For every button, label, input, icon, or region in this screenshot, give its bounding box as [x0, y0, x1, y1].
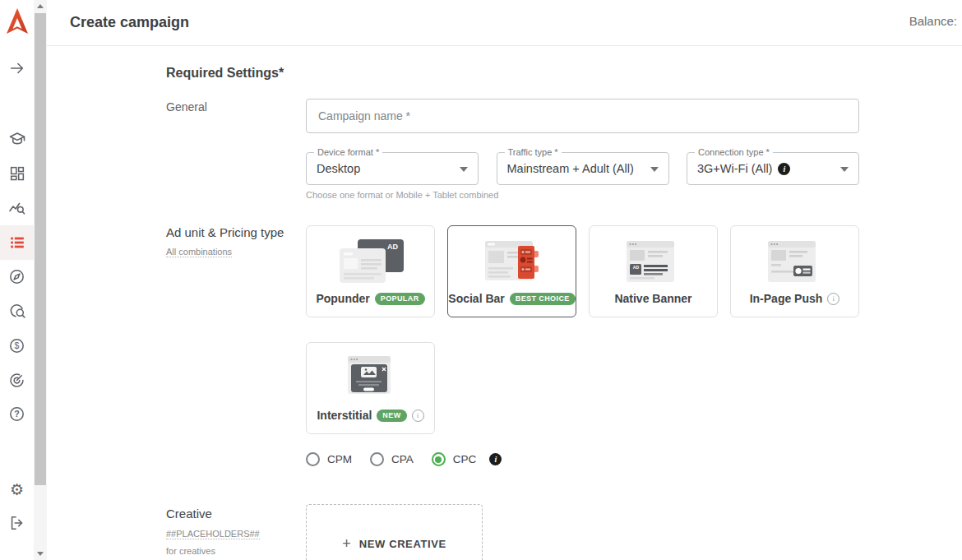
info-filled-icon[interactable]: i: [778, 163, 790, 175]
ad-unit-card-interstitial[interactable]: Interstitial NEW i: [306, 342, 435, 434]
in-page-push-illustration: [757, 226, 833, 289]
popular-badge: POPULAR: [375, 293, 425, 305]
device-format-select[interactable]: Device format * Desktop: [306, 152, 479, 185]
ad-unit-label: Ad unit & Pricing type: [166, 225, 284, 239]
pricing-radio-cpc[interactable]: CPC: [432, 452, 477, 466]
logout-icon[interactable]: [0, 511, 34, 535]
radio-label: CPA: [391, 453, 414, 465]
traffic-search-icon[interactable]: [0, 299, 34, 323]
general-label: General: [166, 100, 207, 113]
interstitial-illustration: [333, 343, 409, 405]
vertical-scrollbar[interactable]: [34, 0, 47, 560]
settings-gear-icon[interactable]: ⚙: [0, 477, 34, 502]
radio-icon: [432, 452, 446, 466]
finance-dollar-icon[interactable]: $: [0, 333, 34, 358]
section-title: Required Settings*: [166, 66, 284, 81]
popunder-illustration: AD: [333, 226, 409, 289]
creative-label: Creative: [166, 507, 212, 521]
page-header: Create campaign Balance:: [47, 0, 962, 46]
statistics-icon[interactable]: [0, 196, 34, 220]
page-title: Create campaign: [70, 14, 189, 31]
new-creative-button[interactable]: + NEW CREATIVE: [306, 504, 483, 560]
collapse-arrow-icon[interactable]: [0, 56, 34, 81]
compass-icon[interactable]: [0, 264, 34, 289]
device-format-value: Desktop: [317, 162, 360, 175]
chevron-down-icon: [650, 167, 659, 172]
card-title: Interstitial: [317, 409, 372, 422]
radio-label: CPM: [327, 453, 352, 465]
ad-unit-card-in-page-push[interactable]: In-Page Push i: [730, 225, 859, 317]
card-title: In-Page Push: [750, 292, 823, 305]
connection-type-select[interactable]: Connection type * 3G+Wi-Fi (All) i: [687, 152, 859, 185]
info-outline-icon[interactable]: i: [412, 410, 424, 422]
campaigns-list-icon[interactable]: [0, 225, 34, 260]
info-outline-icon[interactable]: i: [827, 293, 839, 305]
help-icon[interactable]: ?: [0, 401, 34, 426]
pricing-radio-cpa[interactable]: CPA: [370, 452, 414, 466]
connection-type-value: 3G+Wi-Fi (All): [697, 162, 772, 175]
new-creative-label: NEW CREATIVE: [359, 538, 446, 550]
scrollbar-thumb[interactable]: [35, 13, 46, 485]
plus-icon: +: [342, 536, 351, 551]
ad-unit-card-popunder[interactable]: AD Popunder POPULAR: [306, 225, 435, 317]
best-choice-badge: BEST CHOICE: [510, 293, 576, 305]
chevron-down-icon: [840, 167, 849, 172]
placeholders-subtext: for creatives: [166, 546, 215, 556]
pricing-radio-cpm[interactable]: CPM: [306, 452, 352, 466]
scroll-down-button[interactable]: [34, 548, 47, 560]
card-title: Popunder: [316, 292, 369, 305]
radio-label: CPC: [453, 453, 477, 465]
device-format-helper: Choose one format or Mobile + Tablet com…: [306, 190, 498, 200]
svg-text:?: ?: [14, 409, 19, 419]
device-format-label: Device format *: [314, 147, 382, 157]
balance-label: Balance:: [909, 14, 957, 28]
traffic-type-label: Traffic type *: [505, 147, 562, 157]
svg-text:AD: AD: [387, 243, 398, 251]
dashboard-icon[interactable]: [0, 161, 34, 186]
info-filled-icon[interactable]: i: [489, 453, 502, 465]
main-content: Required Settings* General Device format…: [47, 46, 962, 560]
chevron-down-icon: [460, 167, 468, 172]
education-icon[interactable]: [0, 127, 34, 152]
adsterra-logo[interactable]: [5, 7, 30, 36]
all-combinations-link[interactable]: All combinations: [166, 247, 232, 257]
ad-unit-card-native-banner[interactable]: AD Native Banner: [589, 225, 718, 317]
scroll-up-button[interactable]: [34, 0, 47, 12]
svg-text:AD: AD: [632, 265, 639, 270]
traffic-type-value: Mainstream + Adult (All): [507, 162, 634, 175]
card-title: Native Banner: [614, 292, 691, 305]
traffic-type-select[interactable]: Traffic type * Mainstream + Adult (All): [497, 152, 669, 185]
new-badge: NEW: [377, 410, 406, 422]
pricing-type-group: CPM CPA CPC i: [306, 452, 502, 466]
ad-unit-card-social-bar[interactable]: Social Bar BEST CHOICE: [447, 225, 576, 317]
placeholders-link[interactable]: ##PLACEHOLDERS##: [166, 529, 260, 539]
sidebar: $ ? ⚙: [0, 0, 34, 560]
radio-icon: [306, 452, 320, 466]
radio-icon: [370, 452, 384, 466]
goal-target-icon[interactable]: [0, 368, 34, 392]
svg-text:$: $: [15, 340, 20, 350]
connection-type-label: Connection type *: [695, 147, 773, 157]
social-bar-illustration: [474, 226, 550, 289]
campaign-name-input[interactable]: [306, 99, 859, 133]
card-title: Social Bar: [448, 292, 504, 305]
native-banner-illustration: AD: [616, 226, 691, 289]
